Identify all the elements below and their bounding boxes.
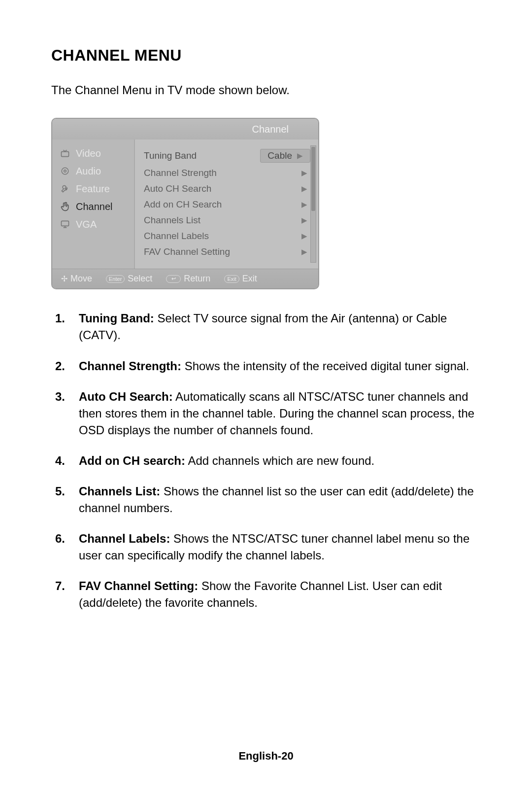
hint-label: Move <box>70 274 92 284</box>
item-term: Add on CH search: <box>79 454 185 467</box>
chevron-right-icon: ▶ <box>297 151 306 160</box>
chevron-right-icon: ▶ <box>301 200 310 209</box>
hint-select: Enter Select <box>106 274 152 284</box>
list-item: Add on CH search: Add channels which are… <box>51 452 481 469</box>
item-term: Tuning Band: <box>79 312 154 325</box>
item-term: Channel Strength: <box>79 359 181 373</box>
hint-move: ✢ Move <box>61 274 92 284</box>
list-item: Auto CH Search: Automatically scans all … <box>51 388 481 439</box>
hand-icon <box>59 201 71 212</box>
setting-label: Tuning Band <box>144 150 197 161</box>
list-item: Channel Labels: Shows the NTSC/ATSC tune… <box>51 530 481 564</box>
item-desc: Shows the intensity of the received digi… <box>181 359 469 373</box>
hint-exit: Exit Exit <box>224 274 257 284</box>
setting-row-tuning-band: Tuning Band Cable ▶ <box>144 146 310 165</box>
setting-label: FAV Channel Setting <box>144 246 230 257</box>
chevron-right-icon: ▶ <box>301 169 310 177</box>
scrollbar-thumb <box>311 147 315 211</box>
setting-label: Channel Strength <box>144 168 217 178</box>
setting-label: Channel Labels <box>144 231 209 242</box>
hint-label: Return <box>184 274 210 284</box>
item-term: Channel Labels: <box>79 532 170 545</box>
osd-settings-panel: Tuning Band Cable ▶ Channel Strength ▶ A… <box>135 139 318 269</box>
page-title: CHANNEL MENU <box>51 46 481 65</box>
hint-label: Select <box>128 274 152 284</box>
sidebar-item-label: Audio <box>76 166 101 177</box>
setting-value-box: Cable ▶ <box>260 149 310 163</box>
chevron-right-icon: ▶ <box>301 184 310 193</box>
wrench-icon <box>59 183 71 195</box>
monitor-icon <box>59 218 71 230</box>
hint-label: Exit <box>242 274 257 284</box>
setting-row-channel-strength: Channel Strength ▶ <box>144 165 310 181</box>
chevron-right-icon: ▶ <box>301 216 310 225</box>
svg-rect-0 <box>62 152 69 157</box>
return-key-icon: ↩ <box>166 275 181 283</box>
setting-label: Add on CH Search <box>144 199 222 210</box>
svg-point-2 <box>64 170 66 173</box>
sidebar-item-channel: Channel <box>52 198 134 215</box>
scrollbar <box>310 145 316 263</box>
osd-footer: ✢ Move Enter Select ↩ Return Exit Exit <box>52 269 318 288</box>
setting-label: Channels List <box>144 215 200 226</box>
list-item: Channels List: Shows the channel list so… <box>51 483 481 517</box>
setting-label: Auto CH Search <box>144 183 211 194</box>
osd-header-label: Channel <box>252 124 289 135</box>
item-term: Auto CH Search: <box>79 390 173 403</box>
item-desc: Add channels which are new found. <box>185 454 374 467</box>
tv-icon <box>59 147 71 159</box>
dpad-icon: ✢ <box>61 274 67 283</box>
sidebar-item-label: VGA <box>76 219 97 230</box>
item-term: Channels List: <box>79 485 160 498</box>
svg-point-1 <box>62 168 68 175</box>
list-item: Tuning Band: Select TV source signal fro… <box>51 310 481 344</box>
osd-header: Channel <box>52 119 318 139</box>
setting-row-channels-list: Channels List ▶ <box>144 212 310 228</box>
speaker-icon <box>59 165 71 177</box>
chevron-right-icon: ▶ <box>301 232 310 241</box>
sidebar-item-label: Video <box>76 148 101 159</box>
hint-return: ↩ Return <box>166 274 210 284</box>
chevron-right-icon: ▶ <box>301 247 310 256</box>
description-list: Tuning Band: Select TV source signal fro… <box>51 310 481 611</box>
sidebar-item-label: Channel <box>76 201 113 212</box>
osd-screenshot: Channel Video Audio <box>51 118 319 289</box>
sidebar-item-audio: Audio <box>52 162 134 180</box>
item-term: FAV Channel Setting: <box>79 579 198 592</box>
setting-value: Cable <box>267 150 292 161</box>
sidebar-item-video: Video <box>52 144 134 162</box>
sidebar-item-label: Feature <box>76 183 110 195</box>
list-item: Channel Strength: Shows the intensity of… <box>51 358 481 375</box>
setting-row-channel-labels: Channel Labels ▶ <box>144 228 310 244</box>
setting-row-auto-ch-search: Auto CH Search ▶ <box>144 181 310 197</box>
enter-key-icon: Enter <box>106 275 125 283</box>
setting-row-add-on-ch-search: Add on CH Search ▶ <box>144 197 310 212</box>
list-item: FAV Channel Setting: Show the Favorite C… <box>51 578 481 611</box>
sidebar-item-vga: VGA <box>52 215 134 233</box>
osd-sidebar: Video Audio Feature <box>52 139 135 269</box>
intro-text: The Channel Menu in TV mode shown below. <box>51 82 307 98</box>
setting-row-fav-channel-setting: FAV Channel Setting ▶ <box>144 244 310 260</box>
svg-rect-3 <box>62 221 69 226</box>
page-footer: English-20 <box>0 750 532 763</box>
exit-key-icon: Exit <box>224 275 239 283</box>
sidebar-item-feature: Feature <box>52 180 134 198</box>
